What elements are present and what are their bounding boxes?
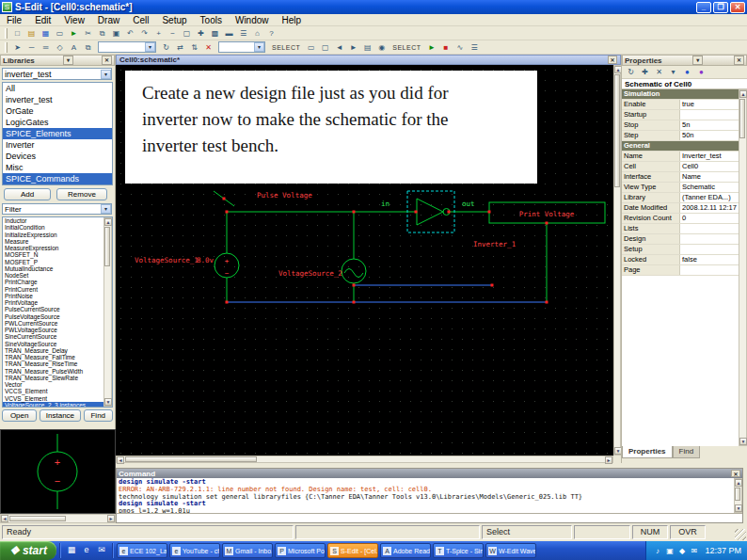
library-row[interactable]: Misc (3, 162, 112, 173)
cell-row[interactable]: PrintVoltage (3, 299, 112, 306)
rotate-icon[interactable]: ↻ (159, 41, 173, 54)
toolbar-grip[interactable] (5, 28, 8, 39)
cell-row[interactable]: PrintCurrent (3, 286, 112, 293)
cell-row[interactable]: NodeSet (3, 272, 112, 279)
chevron-down-icon[interactable]: ▾ (101, 204, 111, 214)
refresh-icon[interactable]: ↻ (624, 66, 638, 78)
help-icon[interactable]: ? (264, 27, 278, 40)
cell-row[interactable]: PWLVoltageSource (3, 327, 112, 333)
property-row[interactable]: Startup (622, 110, 739, 120)
cell-row[interactable]: TRAN_Measure_SlewRate (3, 375, 112, 381)
cell-row[interactable]: Inductor (3, 217, 112, 224)
waveform-icon[interactable]: ∿ (453, 41, 467, 54)
save-icon[interactable]: ▦ (39, 27, 53, 40)
symbol-tool-icon[interactable]: ◇ (53, 41, 67, 54)
property-row[interactable]: Step 50n (622, 131, 739, 141)
panel-close-icon[interactable]: ✕ (102, 56, 112, 65)
purple-dot-icon[interactable]: ● (694, 66, 708, 78)
instance-tool-icon[interactable]: ⧉ (81, 41, 95, 54)
redo-icon[interactable]: ↷ (137, 27, 151, 40)
wire-tool-icon[interactable]: ─ (24, 41, 39, 54)
panel-close-icon[interactable]: ✕ (734, 56, 744, 65)
properties-icon[interactable]: ☰ (236, 27, 250, 40)
instance-cell-button[interactable]: Instance (40, 409, 80, 422)
cell-row[interactable]: SineCurrentSource (3, 333, 112, 340)
panel-menu-icon[interactable]: ▾ (692, 56, 703, 65)
stop-sim-icon[interactable]: ■ (438, 41, 453, 54)
library-row[interactable]: inverter_test (3, 94, 112, 105)
chevron-down-icon[interactable]: ▾ (145, 42, 155, 52)
property-value[interactable]: Cell0 (680, 162, 739, 171)
vs1-value-label[interactable]: 8.0v (197, 256, 215, 264)
flip-h-icon[interactable]: ⇄ (173, 41, 187, 54)
copy-icon[interactable]: ⧉ (95, 27, 109, 40)
bus-tool-icon[interactable]: ═ (39, 41, 53, 54)
remove-library-button[interactable]: Remove (56, 188, 107, 200)
zoom-sel-icon[interactable]: ▢ (318, 41, 332, 54)
property-row[interactable]: Name Inverter_test (622, 152, 739, 162)
taskbar-clock[interactable]: 12:37 PM (705, 546, 741, 555)
delete-property-icon[interactable]: ✕ (652, 66, 666, 78)
scroll-thumb[interactable] (9, 516, 66, 521)
cell-row[interactable]: Vector (3, 381, 112, 388)
panel-close-icon[interactable]: ✕ (731, 470, 740, 477)
property-value[interactable] (680, 89, 739, 99)
property-row[interactable]: View Type Schematic (622, 183, 739, 193)
schematic-drawing[interactable]: Pulse Voltage VoltageSource_1 8.0v Volta… (116, 65, 613, 456)
menu-item[interactable]: Edit (28, 14, 57, 26)
library-row[interactable]: SPICE_Commands (3, 173, 112, 184)
command-scrollbar[interactable]: ▲ ▼ (734, 478, 742, 513)
blue-dot-icon[interactable]: ● (680, 66, 694, 78)
schematic-canvas-area[interactable]: Create a new design file just as you did… (116, 65, 613, 456)
property-row[interactable]: Enable true (622, 100, 739, 110)
scroll-thumb[interactable] (104, 227, 110, 266)
node-in-label[interactable]: in (381, 200, 389, 208)
cut-icon[interactable]: ✂ (81, 27, 95, 40)
flip-v-icon[interactable]: ⇅ (187, 41, 201, 54)
property-value[interactable] (680, 110, 739, 120)
property-value[interactable]: Name (680, 172, 739, 182)
task-button[interactable]: S S-Edit - [Cel... (327, 543, 378, 558)
property-value[interactable]: 50n (680, 131, 739, 140)
canvas-hscrollbar[interactable]: ◄ ► (116, 456, 613, 463)
cell-row[interactable]: PrintNoise (3, 293, 112, 299)
delete-icon[interactable]: ✕ (201, 41, 215, 54)
ruler-icon[interactable]: ▬ (222, 27, 236, 40)
property-value[interactable]: 0 (680, 214, 739, 223)
add-library-button[interactable]: Add (4, 188, 51, 200)
next-view-icon[interactable]: ► (346, 41, 360, 54)
chevron-down-icon[interactable]: ▾ (101, 70, 111, 79)
text-tool-icon[interactable]: A (67, 41, 81, 54)
cell-row[interactable]: PrintCharge (3, 279, 112, 285)
resize-grip[interactable] (735, 529, 746, 540)
cell-row[interactable]: VCCS_Element (3, 388, 112, 394)
property-row[interactable]: Locked false (622, 255, 739, 265)
outlook-icon[interactable]: ✉ (95, 544, 108, 557)
scroll-down-icon[interactable]: ▼ (735, 504, 742, 512)
scroll-up-icon[interactable]: ▲ (739, 90, 747, 98)
volume-icon[interactable]: ♪ (652, 546, 662, 556)
task-button[interactable]: A Adobe Reade... (380, 543, 431, 558)
vs1-name-label[interactable]: VoltageSource_1 (135, 256, 199, 264)
property-row[interactable]: Lists (622, 224, 739, 234)
cell-row[interactable]: TRAN_Measure_FallTime (3, 354, 112, 360)
menu-item[interactable]: Cell (126, 14, 155, 26)
scroll-down-icon[interactable]: ▼ (739, 438, 747, 445)
toolbar-combo-1[interactable]: ▾ (98, 41, 156, 53)
library-row[interactable]: SPICE_Elements (3, 128, 112, 139)
prev-view-icon[interactable]: ◄ (332, 41, 346, 54)
panel-menu-icon[interactable]: ▾ (63, 56, 73, 65)
property-value[interactable] (680, 234, 739, 244)
run-simulation-icon[interactable]: ► (67, 27, 81, 40)
cell-row[interactable]: Measure (3, 238, 112, 245)
cell-list-scrollbar[interactable]: ▲ ▼ (103, 217, 112, 407)
cell-row[interactable]: TRAN_Measure_RiseTime (3, 360, 112, 367)
scroll-thumb[interactable] (735, 488, 740, 501)
library-row[interactable]: Inverter (3, 139, 112, 151)
wire-input-rail[interactable] (227, 212, 417, 253)
cell-row[interactable]: PulseCurrentSource (3, 306, 112, 312)
cell-row[interactable]: TRAN_Measure_PulseWidth (3, 368, 112, 375)
probe-icon[interactable]: ◉ (374, 41, 389, 54)
preview-scrollbar[interactable]: ◄ ► (0, 514, 116, 523)
zoom-out-icon[interactable]: − (166, 27, 180, 40)
